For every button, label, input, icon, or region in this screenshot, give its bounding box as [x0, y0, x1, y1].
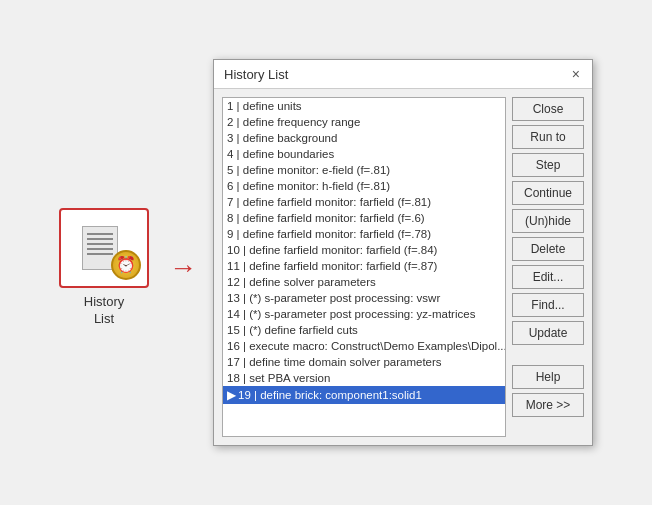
button-panel: CloseRun toStepContinue(Un)hideDeleteEdi… [512, 97, 584, 437]
arrow-icon: → [169, 252, 197, 284]
close-button[interactable]: Close [512, 97, 584, 121]
list-item[interactable]: ▶4 | define boundaries [223, 146, 505, 162]
history-list-dialog: History List × ▶1 | define units▶2 | def… [213, 59, 593, 446]
unhide-button[interactable]: (Un)hide [512, 209, 584, 233]
dialog-body: ▶1 | define units▶2 | define frequency r… [214, 89, 592, 445]
list-item[interactable]: ▶16 | execute macro: Construct\Demo Exam… [223, 338, 505, 354]
list-item[interactable]: ▶6 | define monitor: h-field (f=.81) [223, 178, 505, 194]
dialog-close-x[interactable]: × [570, 66, 582, 82]
list-item[interactable]: ▶5 | define monitor: e-field (f=.81) [223, 162, 505, 178]
list-item[interactable]: ▶14 | (*) s-parameter post processing: y… [223, 306, 505, 322]
clock-icon: ⏰ [111, 250, 141, 280]
help-button[interactable]: Help [512, 365, 584, 389]
list-item[interactable]: ▶12 | define solver parameters [223, 274, 505, 290]
dialog-title: History List [224, 67, 288, 82]
delete-button[interactable]: Delete [512, 237, 584, 261]
step-button[interactable]: Step [512, 153, 584, 177]
list-item[interactable]: ▶11 | define farfield monitor: farfield … [223, 258, 505, 274]
more-button[interactable]: More >> [512, 393, 584, 417]
list-item[interactable]: ▶1 | define units [223, 98, 505, 114]
continue-button[interactable]: Continue [512, 181, 584, 205]
list-item[interactable]: ▶9 | define farfield monitor: farfield (… [223, 226, 505, 242]
find-button[interactable]: Find... [512, 293, 584, 317]
list-item[interactable]: ▶19 | define brick: component1:solid1 [223, 386, 505, 404]
list-item[interactable]: ▶7 | define farfield monitor: farfield (… [223, 194, 505, 210]
list-item[interactable]: ▶17 | define time domain solver paramete… [223, 354, 505, 370]
history-list-container[interactable]: ▶1 | define units▶2 | define frequency r… [222, 97, 506, 437]
list-item[interactable]: ▶15 | (*) define farfield cuts [223, 322, 505, 338]
list-item[interactable]: ▶10 | define farfield monitor: farfield … [223, 242, 505, 258]
dialog-title-bar: History List × [214, 60, 592, 89]
history-list-icon: ⏰ [59, 208, 149, 288]
list-item[interactable]: ▶3 | define background [223, 130, 505, 146]
left-panel: ⏰ History List [59, 208, 149, 328]
list-item[interactable]: ▶2 | define frequency range [223, 114, 505, 130]
list-item[interactable]: ▶8 | define farfield monitor: farfield (… [223, 210, 505, 226]
button-spacer [512, 349, 584, 361]
icon-label: History List [84, 294, 124, 328]
selected-arrow-icon: ▶ [227, 389, 236, 401]
run-to-button[interactable]: Run to [512, 125, 584, 149]
list-item[interactable]: ▶13 | (*) s-parameter post processing: v… [223, 290, 505, 306]
update-button[interactable]: Update [512, 321, 584, 345]
edit-button[interactable]: Edit... [512, 265, 584, 289]
list-item[interactable]: ▶18 | set PBA version [223, 370, 505, 386]
